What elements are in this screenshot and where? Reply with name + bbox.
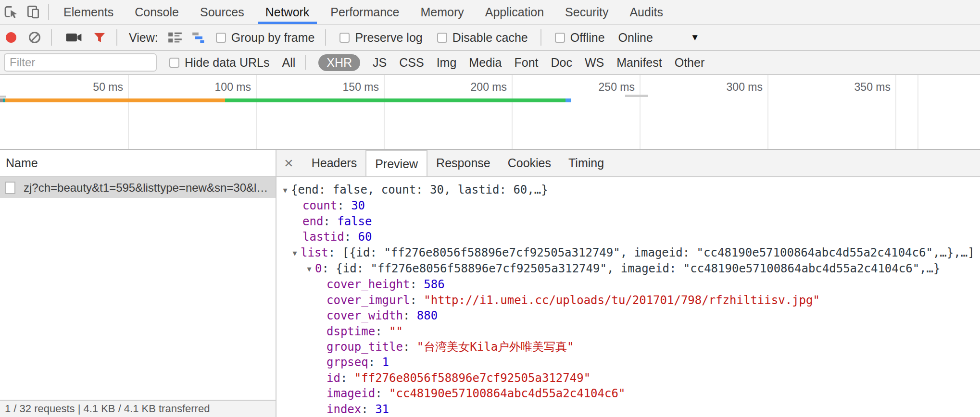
json-row-imageid[interactable]: imageid: "cc48190e57100864abc4d55a2c4104… — [276, 386, 980, 401]
tab-elements[interactable]: Elements — [53, 0, 124, 24]
offline-label: Offline — [570, 31, 605, 45]
json-row-lastid[interactable]: lastid: 60 — [276, 229, 980, 245]
json-number-value: 31 — [375, 403, 389, 416]
close-icon[interactable]: × — [284, 150, 293, 176]
show-overview-button[interactable] — [192, 31, 206, 44]
tab-audits[interactable]: Audits — [619, 0, 673, 24]
checkbox-box[interactable] — [555, 33, 565, 43]
json-row-item0[interactable]: ▼0: {id: "ff276e8056f58896e7cf92505a3127… — [276, 261, 980, 277]
tick-label-300ms: 300 ms — [676, 81, 763, 94]
expand-arrow-icon[interactable]: ▼ — [289, 245, 301, 261]
detail-tab-response[interactable]: Response — [427, 150, 499, 176]
filter-type-doc[interactable]: Doc — [551, 56, 572, 70]
json-row-cover-width[interactable]: cover_width: 880 — [276, 308, 980, 323]
filter-type-all[interactable]: All — [282, 56, 295, 70]
name-column-header[interactable]: Name — [0, 150, 276, 177]
filter-bar: Hide data URLs All XHR JS CSS Img Media … — [0, 51, 980, 75]
json-row-dsptime[interactable]: dsptime: "" — [276, 324, 980, 339]
record-button[interactable] — [6, 32, 16, 43]
preserve-log-checkbox[interactable]: Preserve log — [339, 31, 422, 45]
filter-type-font[interactable]: Font — [514, 56, 538, 70]
json-row-root[interactable]: ▼{end: false, count: 30, lastid: 60,…} — [276, 182, 980, 198]
tab-performance[interactable]: Performance — [320, 0, 410, 24]
colon: : — [375, 325, 389, 338]
network-toolbar: View: Group by frame Pres — [0, 25, 980, 51]
divider — [325, 29, 326, 46]
tick-label-200ms: 200 ms — [420, 81, 507, 94]
json-row-cover-height[interactable]: cover_height: 586 — [276, 277, 980, 292]
detail-tab-headers[interactable]: Headers — [303, 150, 366, 176]
filter-toggle-button[interactable] — [92, 31, 107, 44]
requests-empty-area — [0, 198, 276, 400]
json-string-value: "http://i1.umei.cc/uploads/tu/201701/798… — [424, 294, 820, 307]
json-row-group-title[interactable]: group_title: "台湾美女Kila户外唯美写真" — [276, 339, 980, 355]
overview-marker-gray — [625, 95, 648, 97]
json-row-end[interactable]: end: false — [276, 214, 980, 229]
request-row[interactable]: zj?ch=beauty&t1=595&listtype=new&sn=30&l… — [0, 177, 276, 198]
json-row-grpseq[interactable]: grpseq: 1 — [276, 355, 980, 370]
filter-type-xhr[interactable]: XHR — [318, 54, 360, 71]
json-key: cover_imgurl — [327, 294, 410, 307]
checkbox-box[interactable] — [169, 58, 179, 68]
colon: : — [361, 403, 375, 416]
tick-label-50ms: 50 ms — [37, 81, 123, 94]
json-row-count[interactable]: count: 30 — [276, 198, 980, 213]
json-row-id[interactable]: id: "ff276e8056f58896e7cf92505a312749" — [276, 370, 980, 386]
checkbox-box[interactable] — [216, 33, 226, 43]
hide-data-urls-checkbox[interactable]: Hide data URLs — [169, 56, 269, 70]
json-object-preview: {id: "ff276e8056f58896e7cf92505a312749",… — [336, 262, 940, 275]
network-overview[interactable]: 50 ms 100 ms 150 ms 200 ms 250 ms 300 ms… — [0, 75, 980, 149]
checkbox-box[interactable] — [437, 33, 447, 43]
tab-sources[interactable]: Sources — [189, 0, 255, 24]
filter-type-manifest[interactable]: Manifest — [616, 56, 662, 70]
gridline — [256, 75, 257, 149]
main-split: Name zj?ch=beauty&t1=595&listtype=new&sn… — [0, 149, 980, 417]
tab-application[interactable]: Application — [475, 0, 554, 24]
json-row-cover-imgurl[interactable]: cover_imgurl: "http://i1.umei.cc/uploads… — [276, 293, 980, 308]
disable-cache-checkbox[interactable]: Disable cache — [437, 31, 528, 45]
expand-arrow-icon[interactable]: ▼ — [279, 183, 291, 198]
colon: : — [403, 309, 417, 322]
json-object-preview: {end: false, count: 30, lastid: 60,…} — [291, 183, 548, 196]
group-by-frame-label: Group by frame — [231, 31, 315, 45]
json-key: 0 — [315, 262, 322, 275]
detail-tab-cookies[interactable]: Cookies — [499, 150, 560, 176]
filter-type-img[interactable]: Img — [437, 56, 457, 70]
inspect-element-button[interactable] — [0, 0, 22, 24]
colon: : — [323, 215, 337, 228]
colon: : — [344, 230, 358, 244]
tab-security[interactable]: Security — [554, 0, 619, 24]
filter-input[interactable] — [4, 53, 157, 72]
clear-requests-button[interactable] — [29, 32, 40, 43]
json-key: group_title — [327, 340, 403, 354]
toggle-device-toolbar-button[interactable] — [22, 0, 44, 24]
filter-type-js[interactable]: JS — [373, 56, 387, 70]
detail-tab-timing[interactable]: Timing — [560, 150, 613, 176]
detail-tab-preview[interactable]: Preview — [365, 150, 427, 176]
waterfall-overview-icon — [192, 31, 206, 44]
use-large-rows-button[interactable] — [168, 31, 182, 44]
json-key: id — [327, 371, 340, 385]
offline-checkbox[interactable]: Offline — [555, 31, 605, 45]
expand-arrow-icon[interactable]: ▼ — [303, 261, 315, 277]
checkbox-box[interactable] — [339, 33, 350, 43]
capture-screenshots-button[interactable] — [65, 31, 83, 44]
group-by-frame-checkbox[interactable]: Group by frame — [216, 31, 315, 45]
devtools-window: Elements Console Sources Network Perform… — [0, 0, 980, 417]
throttling-dropdown[interactable]: Online ▼ — [618, 31, 700, 45]
filter-type-other[interactable]: Other — [675, 56, 705, 70]
list-view-icon — [168, 31, 182, 44]
tab-network[interactable]: Network — [255, 0, 320, 24]
chevron-down-icon: ▼ — [691, 32, 700, 43]
tab-console[interactable]: Console — [124, 0, 189, 24]
filter-type-css[interactable]: CSS — [399, 56, 424, 70]
filter-type-ws[interactable]: WS — [585, 56, 604, 70]
divider — [48, 4, 49, 20]
colon: : — [328, 246, 342, 259]
throttling-value: Online — [618, 31, 653, 45]
detail-tab-bar: × Headers Preview Response Cookies Timin… — [276, 150, 980, 177]
filter-type-media[interactable]: Media — [469, 56, 502, 70]
tab-memory[interactable]: Memory — [410, 0, 474, 24]
json-row-list[interactable]: ▼list: [{id: "ff276e8056f58896e7cf92505a… — [276, 245, 980, 261]
json-row-index[interactable]: index: 31 — [276, 402, 980, 417]
